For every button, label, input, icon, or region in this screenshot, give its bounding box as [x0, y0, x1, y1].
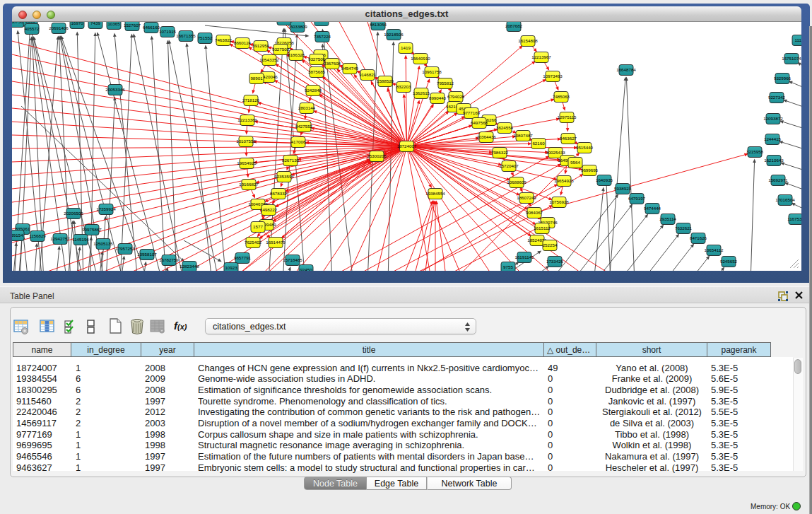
svg-text:9146821: 9146821	[359, 72, 377, 77]
svg-text:12942757: 12942757	[50, 236, 70, 241]
svg-text:1640935: 1640935	[596, 177, 613, 182]
svg-text:12093872: 12093872	[763, 116, 783, 121]
svg-text:9329966: 9329966	[774, 76, 792, 81]
svg-text:16914479: 16914479	[266, 240, 286, 245]
svg-text:9564: 9564	[570, 160, 580, 165]
svg-text:8186328: 8186328	[288, 52, 305, 57]
svg-text:12975115: 12975115	[557, 115, 577, 119]
svg-text:8660124: 8660124	[234, 40, 252, 45]
svg-text:7986322: 7986322	[491, 150, 509, 155]
svg-text:8267130: 8267130	[282, 158, 300, 163]
svg-text:1588520: 1588520	[377, 78, 394, 83]
svg-text:8678332: 8678332	[270, 191, 288, 196]
svg-text:10025433: 10025433	[546, 150, 565, 155]
svg-text:1244415: 1244415	[764, 136, 782, 141]
svg-text:15718485: 15718485	[283, 257, 302, 262]
svg-text:9242848: 9242848	[305, 88, 322, 93]
svg-text:9327503: 9327503	[272, 47, 290, 52]
svg-text:1733426: 1733426	[546, 259, 564, 264]
svg-text:10756928: 10756928	[549, 199, 569, 204]
svg-text:10958107: 10958107	[137, 252, 157, 257]
svg-text:9463627: 9463627	[560, 136, 577, 141]
svg-text:10961758: 10961758	[422, 69, 442, 74]
svg-text:20691406: 20691406	[49, 25, 69, 30]
svg-text:25300205: 25300205	[367, 153, 387, 158]
svg-text:20206505: 20206505	[64, 211, 83, 216]
svg-text:19218506: 19218506	[384, 32, 404, 37]
svg-text:7625402: 7625402	[245, 240, 262, 245]
svg-text:8454749: 8454749	[341, 66, 359, 71]
svg-text:8813054: 8813054	[370, 22, 387, 27]
svg-text:16191141: 16191141	[514, 255, 534, 259]
svg-text:18607249: 18607249	[517, 195, 536, 200]
svg-text:3912954: 3912954	[252, 43, 270, 48]
svg-text:417006: 417006	[291, 139, 306, 144]
svg-text:19654923: 19654923	[554, 178, 574, 183]
svg-text:9699695: 9699695	[581, 168, 599, 173]
svg-text:16033809: 16033809	[288, 24, 307, 29]
svg-text:6466160: 6466160	[143, 25, 160, 30]
svg-text:7955812: 7955812	[437, 81, 454, 86]
svg-text:15720407: 15720407	[499, 163, 519, 168]
svg-text:7357224: 7357224	[314, 34, 331, 39]
svg-text:7463822: 7463822	[215, 37, 233, 42]
svg-text:17957253: 17957253	[115, 246, 135, 251]
svg-text:3215958: 3215958	[746, 149, 764, 154]
svg-text:16648784: 16648784	[616, 67, 636, 72]
svg-text:12213967: 12213967	[531, 54, 551, 59]
svg-text:6794028: 6794028	[447, 94, 465, 99]
svg-text:1615112: 1615112	[534, 226, 551, 230]
svg-text:17016504: 17016504	[775, 197, 795, 202]
svg-text:15640910: 15640910	[411, 56, 430, 61]
svg-text:90975867: 90975867	[82, 227, 102, 232]
svg-text:9755: 9755	[503, 264, 513, 269]
svg-text:7439: 7439	[90, 22, 100, 25]
svg-text:10107552: 10107552	[236, 139, 256, 144]
svg-text:10688609: 10688609	[507, 180, 526, 185]
svg-text:8990443: 8990443	[429, 95, 447, 100]
svg-text:2055: 2055	[25, 22, 35, 23]
svg-text:1156829: 1156829	[29, 233, 46, 238]
svg-text:3624554: 3624554	[496, 125, 514, 130]
svg-text:1117: 1117	[795, 37, 801, 42]
svg-text:12213369: 12213369	[237, 117, 257, 122]
svg-text:12505135: 12505135	[93, 241, 113, 246]
svg-text:2935114: 2935114	[659, 216, 676, 221]
svg-text:62160: 62160	[532, 141, 545, 146]
svg-text:1145194: 1145194	[72, 237, 89, 242]
svg-text:20364436: 20364436	[476, 134, 496, 139]
svg-text:1577: 1577	[253, 224, 263, 229]
svg-text:1362615: 1362615	[413, 90, 430, 95]
svg-text:38750: 38750	[12, 22, 23, 24]
svg-text:1071915: 1071915	[159, 29, 177, 34]
svg-text:12353594: 12353594	[274, 174, 294, 179]
svg-text:6479197: 6479197	[628, 196, 646, 201]
svg-text:16970: 16970	[71, 22, 83, 25]
svg-text:19384554: 19384554	[425, 191, 445, 196]
svg-text:20053346: 20053346	[105, 87, 125, 92]
svg-text:10365: 10365	[107, 22, 120, 26]
svg-text:1167533: 1167533	[787, 216, 801, 221]
svg-text:1419: 1419	[401, 45, 411, 50]
svg-text:252254: 252254	[543, 243, 558, 247]
svg-text:15692971: 15692971	[768, 177, 788, 182]
svg-text:10807487: 10807487	[513, 133, 533, 138]
svg-text:92450: 92450	[300, 267, 312, 271]
svg-text:9084067: 9084067	[526, 210, 543, 215]
svg-text:17359924: 17359924	[96, 206, 116, 211]
svg-text:3875685: 3875685	[308, 69, 326, 74]
svg-text:7485063: 7485063	[553, 94, 570, 99]
svg-text:39154: 39154	[12, 233, 23, 238]
svg-text:10923: 10923	[225, 265, 237, 270]
svg-text:832203: 832203	[396, 84, 411, 89]
svg-text:9227342: 9227342	[768, 95, 786, 100]
svg-text:751552: 751552	[198, 35, 213, 40]
svg-text:12823448: 12823448	[180, 264, 199, 269]
svg-text:2803144: 2803144	[298, 105, 316, 110]
svg-text:1527607: 1527607	[124, 23, 141, 28]
svg-text:16210643: 16210643	[764, 158, 784, 163]
svg-text:10973493: 10973493	[543, 74, 563, 78]
svg-text:9245652: 9245652	[720, 259, 738, 264]
svg-text:16782759: 16782759	[159, 257, 179, 262]
svg-text:2087682: 2087682	[505, 23, 523, 28]
